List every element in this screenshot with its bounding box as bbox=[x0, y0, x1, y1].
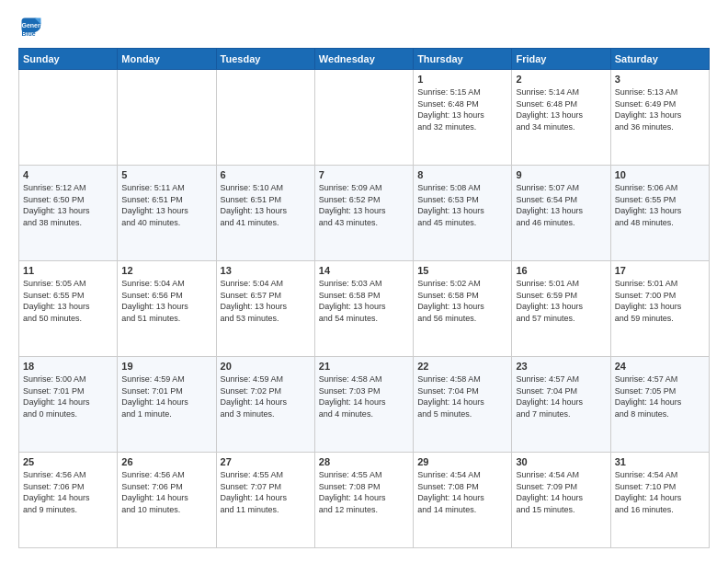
day-number: 21 bbox=[319, 361, 409, 372]
day-cell-22: 19Sunrise: 4:59 AM Sunset: 7:01 PM Dayli… bbox=[118, 357, 216, 453]
weekday-header-saturday: Saturday bbox=[610, 49, 709, 70]
day-cell-6: 3Sunrise: 5:13 AM Sunset: 6:49 PM Daylig… bbox=[610, 70, 709, 166]
weekday-header-row: SundayMondayTuesdayWednesdayThursdayFrid… bbox=[19, 49, 710, 70]
day-info: Sunrise: 5:01 AM Sunset: 6:59 PM Dayligh… bbox=[516, 278, 606, 324]
week-row-2: 4Sunrise: 5:12 AM Sunset: 6:50 PM Daylig… bbox=[19, 166, 710, 261]
day-cell-9: 6Sunrise: 5:10 AM Sunset: 6:51 PM Daylig… bbox=[216, 166, 314, 261]
day-info: Sunrise: 5:10 AM Sunset: 6:51 PM Dayligh… bbox=[221, 182, 311, 228]
page: General Blue SundayMondayTuesdayWednesda… bbox=[0, 0, 728, 563]
weekday-header-wednesday: Wednesday bbox=[314, 49, 413, 70]
weekday-header-monday: Monday bbox=[118, 49, 216, 70]
day-cell-26: 23Sunrise: 4:57 AM Sunset: 7:04 PM Dayli… bbox=[512, 357, 610, 453]
day-info: Sunrise: 4:54 AM Sunset: 7:10 PM Dayligh… bbox=[615, 469, 705, 515]
day-cell-19: 16Sunrise: 5:01 AM Sunset: 6:59 PM Dayli… bbox=[512, 261, 610, 357]
weekday-header-sunday: Sunday bbox=[19, 49, 118, 70]
day-cell-12: 9Sunrise: 5:07 AM Sunset: 6:54 PM Daylig… bbox=[512, 166, 610, 261]
day-cell-3 bbox=[314, 70, 413, 166]
day-cell-17: 14Sunrise: 5:03 AM Sunset: 6:58 PM Dayli… bbox=[314, 261, 413, 357]
day-info: Sunrise: 4:59 AM Sunset: 7:02 PM Dayligh… bbox=[221, 373, 311, 419]
weekday-header-thursday: Thursday bbox=[414, 49, 512, 70]
day-cell-15: 12Sunrise: 5:04 AM Sunset: 6:56 PM Dayli… bbox=[118, 261, 216, 357]
day-cell-18: 15Sunrise: 5:02 AM Sunset: 6:58 PM Dayli… bbox=[414, 261, 512, 357]
day-number: 15 bbox=[417, 265, 507, 276]
logo: General Blue bbox=[18, 15, 48, 40]
day-info: Sunrise: 4:54 AM Sunset: 7:09 PM Dayligh… bbox=[516, 469, 606, 515]
day-info: Sunrise: 4:57 AM Sunset: 7:05 PM Dayligh… bbox=[615, 373, 705, 419]
day-info: Sunrise: 4:57 AM Sunset: 7:04 PM Dayligh… bbox=[516, 373, 606, 419]
day-cell-30: 27Sunrise: 4:55 AM Sunset: 7:07 PM Dayli… bbox=[216, 453, 314, 548]
day-cell-21: 18Sunrise: 5:00 AM Sunset: 7:01 PM Dayli… bbox=[19, 357, 118, 453]
day-cell-24: 21Sunrise: 4:58 AM Sunset: 7:03 PM Dayli… bbox=[314, 357, 413, 453]
header: General Blue bbox=[18, 15, 710, 40]
day-cell-34: 31Sunrise: 4:54 AM Sunset: 7:10 PM Dayli… bbox=[610, 453, 709, 548]
day-number: 3 bbox=[615, 74, 705, 85]
day-number: 8 bbox=[417, 169, 507, 180]
day-cell-7: 4Sunrise: 5:12 AM Sunset: 6:50 PM Daylig… bbox=[19, 166, 118, 261]
day-cell-16: 13Sunrise: 5:04 AM Sunset: 6:57 PM Dayli… bbox=[216, 261, 314, 357]
day-info: Sunrise: 5:14 AM Sunset: 6:48 PM Dayligh… bbox=[516, 86, 606, 132]
day-info: Sunrise: 4:58 AM Sunset: 7:04 PM Dayligh… bbox=[417, 373, 507, 419]
day-info: Sunrise: 4:55 AM Sunset: 7:08 PM Dayligh… bbox=[319, 469, 409, 515]
day-cell-23: 20Sunrise: 4:59 AM Sunset: 7:02 PM Dayli… bbox=[216, 357, 314, 453]
day-cell-10: 7Sunrise: 5:09 AM Sunset: 6:52 PM Daylig… bbox=[314, 166, 413, 261]
day-number: 24 bbox=[615, 361, 705, 372]
day-info: Sunrise: 5:03 AM Sunset: 6:58 PM Dayligh… bbox=[319, 278, 409, 324]
day-number: 5 bbox=[121, 169, 211, 180]
week-row-3: 11Sunrise: 5:05 AM Sunset: 6:55 PM Dayli… bbox=[19, 261, 710, 357]
day-info: Sunrise: 5:11 AM Sunset: 6:51 PM Dayligh… bbox=[121, 182, 211, 228]
svg-text:General: General bbox=[22, 22, 45, 29]
day-info: Sunrise: 4:56 AM Sunset: 7:06 PM Dayligh… bbox=[23, 469, 113, 515]
day-info: Sunrise: 5:06 AM Sunset: 6:55 PM Dayligh… bbox=[615, 182, 705, 228]
day-cell-14: 11Sunrise: 5:05 AM Sunset: 6:55 PM Dayli… bbox=[19, 261, 118, 357]
day-info: Sunrise: 4:54 AM Sunset: 7:08 PM Dayligh… bbox=[417, 469, 507, 515]
day-cell-32: 29Sunrise: 4:54 AM Sunset: 7:08 PM Dayli… bbox=[414, 453, 512, 548]
day-number: 16 bbox=[516, 265, 606, 276]
day-cell-0 bbox=[19, 70, 118, 166]
day-number: 31 bbox=[615, 456, 705, 467]
day-number: 20 bbox=[221, 361, 311, 372]
day-number: 1 bbox=[417, 74, 507, 85]
day-info: Sunrise: 5:09 AM Sunset: 6:52 PM Dayligh… bbox=[319, 182, 409, 228]
day-info: Sunrise: 5:01 AM Sunset: 7:00 PM Dayligh… bbox=[615, 278, 705, 324]
day-number: 28 bbox=[319, 456, 409, 467]
logo-icon: General Blue bbox=[18, 15, 44, 40]
day-info: Sunrise: 5:08 AM Sunset: 6:53 PM Dayligh… bbox=[417, 182, 507, 228]
svg-text:Blue: Blue bbox=[22, 30, 36, 37]
day-info: Sunrise: 5:05 AM Sunset: 6:55 PM Dayligh… bbox=[23, 278, 113, 324]
week-row-1: 1Sunrise: 5:15 AM Sunset: 6:48 PM Daylig… bbox=[19, 70, 710, 166]
day-number: 19 bbox=[121, 361, 211, 372]
week-row-5: 25Sunrise: 4:56 AM Sunset: 7:06 PM Dayli… bbox=[19, 453, 710, 548]
day-number: 9 bbox=[516, 169, 606, 180]
day-cell-5: 2Sunrise: 5:14 AM Sunset: 6:48 PM Daylig… bbox=[512, 70, 610, 166]
day-number: 13 bbox=[221, 265, 311, 276]
day-info: Sunrise: 4:59 AM Sunset: 7:01 PM Dayligh… bbox=[121, 373, 211, 419]
day-cell-11: 8Sunrise: 5:08 AM Sunset: 6:53 PM Daylig… bbox=[414, 166, 512, 261]
day-number: 12 bbox=[121, 265, 211, 276]
day-info: Sunrise: 5:02 AM Sunset: 6:58 PM Dayligh… bbox=[417, 278, 507, 324]
day-number: 6 bbox=[221, 169, 311, 180]
day-info: Sunrise: 5:04 AM Sunset: 6:56 PM Dayligh… bbox=[121, 278, 211, 324]
day-cell-31: 28Sunrise: 4:55 AM Sunset: 7:08 PM Dayli… bbox=[314, 453, 413, 548]
day-cell-33: 30Sunrise: 4:54 AM Sunset: 7:09 PM Dayli… bbox=[512, 453, 610, 548]
day-number: 26 bbox=[121, 456, 211, 467]
day-number: 25 bbox=[23, 456, 113, 467]
day-cell-1 bbox=[118, 70, 216, 166]
day-info: Sunrise: 5:04 AM Sunset: 6:57 PM Dayligh… bbox=[221, 278, 311, 324]
day-number: 14 bbox=[319, 265, 409, 276]
day-cell-13: 10Sunrise: 5:06 AM Sunset: 6:55 PM Dayli… bbox=[610, 166, 709, 261]
day-number: 17 bbox=[615, 265, 705, 276]
day-number: 10 bbox=[615, 169, 705, 180]
day-info: Sunrise: 5:15 AM Sunset: 6:48 PM Dayligh… bbox=[417, 86, 507, 132]
day-info: Sunrise: 5:07 AM Sunset: 6:54 PM Dayligh… bbox=[516, 182, 606, 228]
day-number: 23 bbox=[516, 361, 606, 372]
weekday-header-tuesday: Tuesday bbox=[216, 49, 314, 70]
day-number: 18 bbox=[23, 361, 113, 372]
day-info: Sunrise: 4:56 AM Sunset: 7:06 PM Dayligh… bbox=[121, 469, 211, 515]
day-cell-20: 17Sunrise: 5:01 AM Sunset: 7:00 PM Dayli… bbox=[610, 261, 709, 357]
week-row-4: 18Sunrise: 5:00 AM Sunset: 7:01 PM Dayli… bbox=[19, 357, 710, 453]
day-info: Sunrise: 5:12 AM Sunset: 6:50 PM Dayligh… bbox=[23, 182, 113, 228]
day-number: 11 bbox=[23, 265, 113, 276]
day-cell-29: 26Sunrise: 4:56 AM Sunset: 7:06 PM Dayli… bbox=[118, 453, 216, 548]
day-number: 27 bbox=[221, 456, 311, 467]
day-info: Sunrise: 5:13 AM Sunset: 6:49 PM Dayligh… bbox=[615, 86, 705, 132]
